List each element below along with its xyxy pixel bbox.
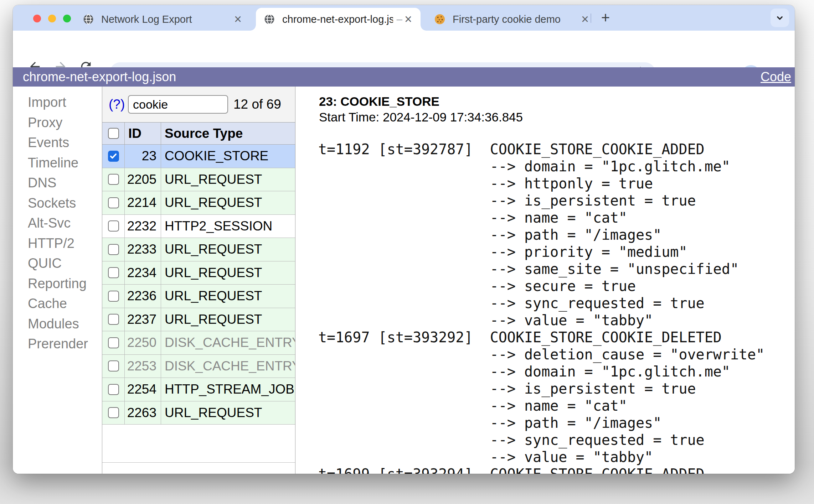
table-row[interactable]: 2205URL_REQUEST: [102, 168, 295, 192]
row-source-type: URL_REQUEST: [161, 308, 295, 331]
row-checkbox[interactable]: [108, 337, 119, 348]
row-id: 2233: [125, 238, 161, 261]
table-row[interactable]: 2263URL_REQUEST: [102, 401, 295, 425]
row-source-type: HTTP_STREAM_JOB: [161, 378, 295, 401]
events-panel: (?) 12 of 69 ID Source Type 23COOKIE_STO…: [102, 87, 295, 474]
tab-title: First-party cookie demo: [453, 14, 561, 25]
select-all-checkbox[interactable]: [108, 128, 119, 139]
row-id: 2234: [125, 261, 161, 285]
table-row[interactable]: 2234URL_REQUEST: [102, 261, 295, 285]
filter-match-count: 12 of 69: [233, 97, 281, 112]
table-header-row: ID Source Type: [102, 123, 295, 145]
sidebar-item-cache[interactable]: Cache: [13, 293, 102, 314]
row-checkbox[interactable]: [108, 291, 119, 302]
row-checkbox[interactable]: [108, 220, 119, 232]
tab-first-party-cookie-demo[interactable]: First-party cookie demo ×: [434, 8, 591, 31]
row-source-type: URL_REQUEST: [161, 238, 295, 261]
row-source-type: HTTP2_SESSION: [161, 215, 295, 238]
row-checkbox[interactable]: [108, 267, 119, 278]
row-id: 2253: [125, 355, 161, 378]
sidebar-item-timeline[interactable]: Timeline: [13, 153, 102, 173]
close-tab-icon[interactable]: ×: [232, 13, 244, 26]
filter-input[interactable]: [128, 95, 228, 114]
filter-help-link[interactable]: (?): [109, 97, 125, 112]
table-row[interactable]: 2250DISK_CACHE_ENTRY: [102, 331, 295, 355]
row-checkbox[interactable]: [108, 360, 119, 371]
maximize-window-button[interactable]: [63, 15, 71, 22]
row-checkbox[interactable]: [108, 384, 119, 395]
table-row[interactable]: 2254HTTP_STREAM_JOB: [102, 378, 295, 401]
row-checkbox[interactable]: [108, 197, 119, 208]
sidebar-item-import[interactable]: Import: [13, 92, 102, 113]
sidebar-item-proxy[interactable]: Proxy: [13, 113, 102, 133]
tab-network-log-export[interactable]: Network Log Export ×: [83, 8, 244, 31]
close-tab-icon[interactable]: ×: [579, 13, 591, 26]
sidebar-item-events[interactable]: Events: [13, 133, 102, 153]
sidebar-item-sockets[interactable]: Sockets: [13, 193, 102, 213]
window-controls: [33, 15, 71, 22]
detail-start-time: Start Time: 2024-12-09 17:34:36.845: [319, 110, 523, 124]
close-window-button[interactable]: [33, 15, 41, 22]
sidebar-item-reporting[interactable]: Reporting: [13, 274, 102, 294]
close-tab-icon[interactable]: ×: [402, 13, 414, 26]
tab-strip: Network Log Export × chrome-net-export-l…: [13, 5, 795, 31]
row-source-type: URL_REQUEST: [161, 401, 295, 425]
detail-title: 23: COOKIE_STORE: [319, 94, 439, 109]
tab-title: chrome-net-export-log.json: [282, 14, 393, 25]
row-source-type: URL_REQUEST: [161, 261, 295, 285]
column-header-id: ID: [125, 123, 161, 144]
column-header-source-type: Source Type: [161, 123, 295, 144]
sidebar-item-alt-svc[interactable]: Alt-Svc: [13, 213, 102, 233]
netlog-content: ImportProxyEventsTimelineDNSSocketsAlt-S…: [13, 87, 795, 474]
code-link[interactable]: Code: [761, 69, 791, 84]
sidebar-item-http-2[interactable]: HTTP/2: [13, 233, 102, 254]
sidebar-item-prerender[interactable]: Prerender: [13, 334, 102, 354]
event-detail-pane: 23: COOKIE_STORE Start Time: 2024-12-09 …: [295, 87, 795, 474]
chevron-down-icon: [774, 12, 785, 23]
row-source-type: URL_REQUEST: [161, 168, 295, 191]
table-row[interactable]: 23COOKIE_STORE: [102, 145, 295, 168]
row-checkbox[interactable]: [108, 244, 119, 255]
row-id: 2263: [125, 401, 161, 425]
browser-window: Network Log Export × chrome-net-export-l…: [13, 5, 795, 474]
row-checkbox[interactable]: [108, 407, 119, 418]
tab-title-suffix: –: [397, 14, 402, 25]
event-rows: 23COOKIE_STORE2205URL_REQUEST2214URL_REQ…: [102, 145, 295, 425]
netlog-header-bar: chrome-net-export-log.json Code: [13, 67, 795, 87]
row-source-type: COOKIE_STORE: [161, 145, 295, 168]
globe-icon: [264, 14, 275, 25]
row-checkbox[interactable]: [108, 151, 119, 162]
tab-search-button[interactable]: [771, 9, 789, 27]
row-id: 2254: [125, 378, 161, 401]
sidebar-item-modules[interactable]: Modules: [13, 314, 102, 334]
table-row[interactable]: 2233URL_REQUEST: [102, 238, 295, 261]
row-id: 2236: [125, 285, 161, 308]
sidebar-item-quic[interactable]: QUIC: [13, 253, 102, 274]
table-row[interactable]: 2253DISK_CACHE_ENTRY: [102, 355, 295, 378]
table-row[interactable]: 2232HTTP2_SESSION: [102, 215, 295, 238]
table-row[interactable]: 2214URL_REQUEST: [102, 191, 295, 215]
browser-toolbar: netlog-viewer.appspot.com/#events: [13, 31, 795, 67]
tab-chrome-net-export-log[interactable]: chrome-net-export-log.json – ×: [256, 8, 421, 31]
row-id: 2250: [125, 331, 161, 354]
table-row[interactable]: 2236URL_REQUEST: [102, 285, 295, 308]
row-id: 23: [125, 145, 161, 168]
filter-bar: (?) 12 of 69: [102, 87, 295, 123]
row-checkbox[interactable]: [108, 314, 119, 325]
row-id: 2214: [125, 191, 161, 214]
table-row[interactable]: 2237URL_REQUEST: [102, 308, 295, 332]
row-id: 2205: [125, 168, 161, 191]
row-checkbox[interactable]: [108, 174, 119, 185]
row-id: 2237: [125, 308, 161, 331]
table-bottom-border: [102, 462, 295, 463]
cookie-icon: [434, 14, 445, 25]
row-source-type: URL_REQUEST: [161, 285, 295, 308]
sidebar-item-dns[interactable]: DNS: [13, 173, 102, 193]
sidebar-nav: ImportProxyEventsTimelineDNSSocketsAlt-S…: [13, 87, 102, 474]
event-log-text: t=1192 [st=392787] COOKIE_STORE_COOKIE_A…: [318, 141, 764, 474]
tab-title: Network Log Export: [101, 14, 192, 25]
row-id: 2232: [125, 215, 161, 238]
new-tab-button[interactable]: +: [597, 10, 614, 26]
tab-strip-divider: [591, 14, 591, 23]
minimize-window-button[interactable]: [48, 15, 56, 22]
